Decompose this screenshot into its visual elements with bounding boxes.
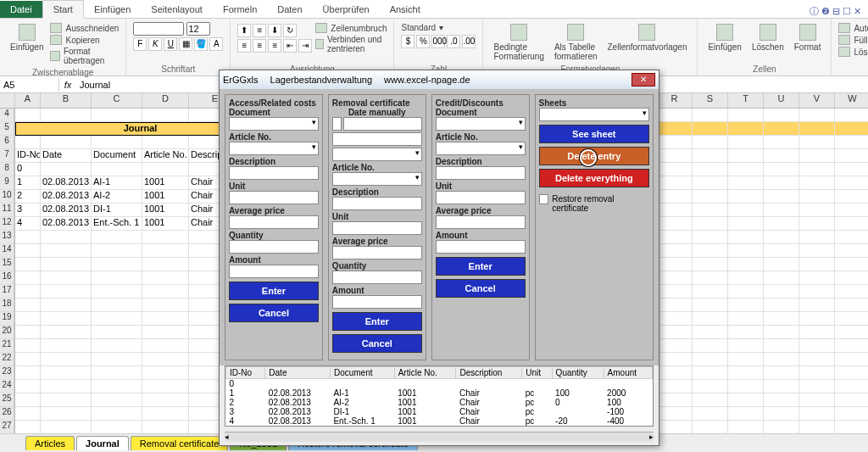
field-select[interactable] bbox=[436, 142, 526, 155]
cell[interactable] bbox=[835, 407, 868, 421]
cell[interactable] bbox=[41, 353, 92, 366]
cell[interactable] bbox=[693, 204, 728, 217]
cell[interactable] bbox=[41, 393, 92, 407]
cell[interactable] bbox=[728, 407, 764, 421]
cell[interactable] bbox=[799, 136, 835, 149]
table-cell[interactable]: Chair bbox=[456, 416, 522, 426]
cell[interactable] bbox=[92, 353, 142, 366]
cell[interactable]: 02.08.2013 bbox=[41, 217, 92, 231]
cell[interactable] bbox=[835, 204, 868, 217]
cell[interactable] bbox=[728, 109, 764, 122]
dialog-table[interactable]: ID-NoDateDocumentArticle No.DescriptionU… bbox=[225, 366, 654, 427]
cell[interactable] bbox=[92, 339, 142, 353]
field-input[interactable] bbox=[436, 191, 526, 204]
cell[interactable] bbox=[15, 393, 41, 407]
row-head[interactable]: 24 bbox=[0, 380, 14, 393]
field-input[interactable] bbox=[436, 215, 526, 229]
cell[interactable] bbox=[92, 244, 142, 258]
table-cell[interactable]: AI-2 bbox=[330, 398, 394, 407]
table-cell[interactable] bbox=[552, 407, 604, 416]
row-head[interactable]: 15 bbox=[0, 258, 14, 271]
align-top[interactable]: ⬆ bbox=[237, 24, 251, 37]
cell[interactable] bbox=[764, 366, 799, 380]
row-head[interactable]: 23 bbox=[0, 366, 14, 380]
cell[interactable] bbox=[41, 339, 92, 353]
table-cell[interactable]: 1001 bbox=[394, 388, 456, 398]
table-cell[interactable]: 2 bbox=[226, 398, 265, 407]
cell[interactable] bbox=[764, 326, 799, 339]
cell[interactable]: 1 bbox=[15, 176, 41, 190]
table-cell[interactable]: 1001 bbox=[394, 407, 456, 416]
cell[interactable] bbox=[728, 312, 764, 326]
format-painter-button[interactable]: Format übertragen bbox=[50, 46, 119, 66]
cell[interactable]: 02.08.2013 bbox=[41, 204, 92, 217]
cell[interactable] bbox=[657, 149, 693, 163]
cell[interactable] bbox=[15, 299, 41, 312]
cell[interactable] bbox=[835, 122, 868, 136]
cell[interactable] bbox=[657, 421, 693, 434]
cell[interactable] bbox=[764, 122, 799, 136]
cell[interactable] bbox=[41, 231, 92, 244]
cell[interactable] bbox=[142, 326, 189, 339]
field-input[interactable] bbox=[229, 166, 319, 180]
cell[interactable] bbox=[728, 149, 764, 163]
cell[interactable] bbox=[15, 407, 41, 421]
insert-cells-button[interactable]: Einfügen bbox=[704, 22, 744, 53]
cell[interactable] bbox=[92, 407, 142, 421]
cell[interactable] bbox=[657, 231, 693, 244]
cell[interactable] bbox=[835, 176, 868, 190]
cell[interactable]: 0 bbox=[15, 163, 41, 176]
cell[interactable] bbox=[15, 244, 41, 258]
cell[interactable] bbox=[15, 285, 41, 299]
cell[interactable] bbox=[835, 271, 868, 285]
help-icons[interactable]: ⓘ ❷ ⊟ ☐ ✕ bbox=[810, 5, 868, 18]
cell[interactable] bbox=[657, 353, 693, 366]
cell[interactable]: 1001 bbox=[142, 204, 189, 217]
cell[interactable] bbox=[142, 136, 189, 149]
cell[interactable] bbox=[764, 285, 799, 299]
border-button[interactable]: ▦ bbox=[179, 37, 192, 51]
cell[interactable] bbox=[799, 217, 835, 231]
paste-button[interactable]: Einfügen bbox=[7, 22, 47, 53]
field-input[interactable] bbox=[229, 215, 319, 229]
cell[interactable] bbox=[728, 122, 764, 136]
underline-button[interactable]: U bbox=[164, 37, 177, 51]
tab-view[interactable]: Ansicht bbox=[380, 1, 431, 18]
cell[interactable]: Ent.-Sch. 1 bbox=[92, 217, 142, 231]
field-input[interactable] bbox=[332, 197, 422, 210]
table-cell[interactable]: 2000 bbox=[604, 388, 652, 398]
cell[interactable] bbox=[835, 299, 868, 312]
cell[interactable] bbox=[764, 380, 799, 393]
row-head[interactable]: 26 bbox=[0, 407, 14, 421]
table-cell[interactable]: 100 bbox=[552, 388, 604, 398]
cell[interactable] bbox=[41, 407, 92, 421]
table-cell[interactable] bbox=[456, 379, 522, 389]
cell[interactable] bbox=[92, 380, 142, 393]
cell[interactable]: 1001 bbox=[142, 217, 189, 231]
row-head[interactable]: 4 bbox=[0, 109, 14, 122]
table-cell[interactable]: pc bbox=[522, 416, 552, 426]
cell[interactable] bbox=[764, 312, 799, 326]
cell[interactable] bbox=[41, 285, 92, 299]
cell[interactable] bbox=[799, 299, 835, 312]
cell[interactable] bbox=[657, 136, 693, 149]
row-head[interactable]: 5 bbox=[0, 122, 14, 136]
table-cell[interactable]: 4 bbox=[226, 416, 265, 426]
tab-formulas[interactable]: Formeln bbox=[213, 1, 267, 18]
row-head[interactable]: 20 bbox=[0, 326, 14, 339]
cell[interactable] bbox=[835, 339, 868, 353]
cell[interactable] bbox=[799, 366, 835, 380]
percent[interactable]: % bbox=[416, 35, 430, 48]
cell[interactable] bbox=[693, 271, 728, 285]
cell[interactable] bbox=[15, 109, 41, 122]
restore-checkbox[interactable]: Restore removal certificate bbox=[539, 194, 649, 213]
table-cell[interactable]: -100 bbox=[604, 407, 652, 416]
col-head[interactable]: U bbox=[764, 93, 799, 108]
cell[interactable] bbox=[799, 176, 835, 190]
cell[interactable]: ID-No bbox=[15, 149, 41, 163]
table-cell[interactable]: pc bbox=[522, 398, 552, 407]
cell[interactable] bbox=[142, 421, 189, 434]
cell[interactable] bbox=[728, 163, 764, 176]
row-head[interactable]: 7 bbox=[0, 149, 14, 163]
field-input[interactable] bbox=[332, 132, 422, 146]
